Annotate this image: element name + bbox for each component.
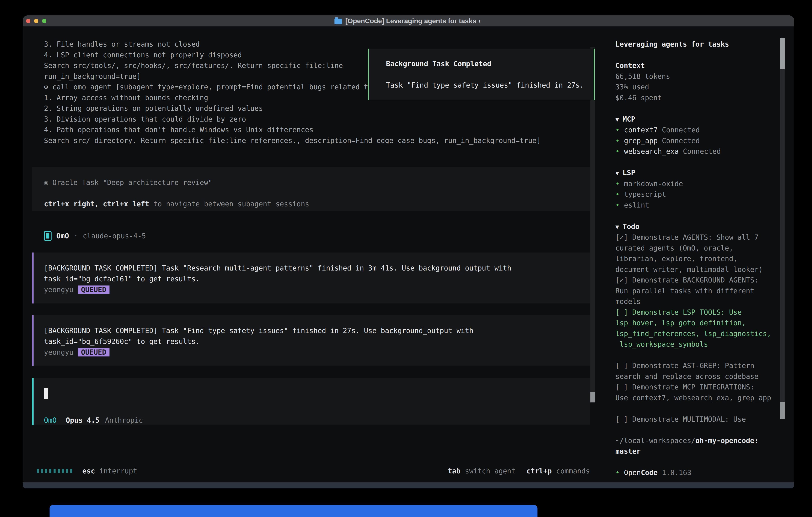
status-dot-icon: •: [615, 180, 619, 188]
agent-name: OmO: [56, 232, 69, 240]
todo-section-header[interactable]: ▼Todo: [615, 221, 780, 232]
status-dot-icon: •: [615, 126, 619, 134]
status-dot-icon: •: [615, 137, 619, 145]
ctrlp-key-label: commands: [556, 467, 590, 475]
transcript-line: 3. File handles or streams not closed: [44, 39, 590, 50]
transcript-line: 2. String operations on potentially unde…: [44, 103, 590, 114]
model-status-line: OmO Opus 4.5 Anthropic: [44, 416, 590, 424]
status-dot-icon: •: [615, 147, 619, 155]
git-branch: master: [615, 446, 780, 457]
window-bottom-bar: [23, 483, 794, 488]
background-task-notification[interactable]: Background Task Completed Task "Find typ…: [368, 49, 594, 100]
agent-model: claude-opus-4-5: [83, 232, 146, 240]
lsp-item: •markdown-oxide: [615, 179, 780, 189]
todo-line: search and replace across codebase: [615, 371, 780, 382]
context-used: 33% used: [615, 82, 780, 92]
transcript-line: 3. Division operations that could divide…: [44, 114, 590, 125]
context-tokens: 66,518 tokens: [615, 71, 780, 82]
status-dot-icon: •: [615, 190, 619, 198]
transcript-scrollbar[interactable]: [590, 47, 595, 403]
status-bar: esc interrupt tab switch agent ctrl+p co…: [23, 466, 590, 476]
background-task-message[interactable]: [BACKGROUND TASK COMPLETED] Task "Resear…: [32, 252, 590, 303]
lsp-item: •typescript: [615, 189, 780, 200]
todo-line-active: lsp_workspace_symbols: [615, 339, 780, 350]
prompt-input[interactable]: OmO Opus 4.5 Anthropic: [32, 378, 590, 425]
background-task-message[interactable]: [BACKGROUND TASK COMPLETED] Task "Find t…: [32, 315, 590, 366]
lsp-section-header[interactable]: ▼LSP: [615, 167, 780, 179]
tab-key-label: switch agent: [465, 467, 516, 475]
task-user: yeongyu: [44, 286, 74, 294]
mcp-item: •websearch_exa Connected: [615, 146, 780, 157]
todo-line: curated agents (OmO, oracle,: [615, 243, 780, 254]
repo-name: oh-my-opencode:: [695, 437, 758, 445]
sidebar-scrollbar-thumb[interactable]: [780, 38, 785, 70]
todo-line: Use context7, websearch_exa, grep_app: [615, 393, 780, 404]
zoom-button[interactable]: [42, 19, 46, 23]
oracle-task-title: ◉ Oracle Task "Deep architecture review": [44, 177, 590, 188]
task-message-line: [BACKGROUND TASK COMPLETED] Task "Find t…: [44, 325, 590, 336]
session-title: Leveraging agents for tasks: [615, 39, 780, 50]
context-spent: $0.46 spent: [615, 92, 780, 103]
todo-line: document-writer, multimodal-looker): [615, 264, 780, 275]
mcp-item: •context7 Connected: [615, 125, 780, 136]
tab-key-hint: tab: [448, 467, 461, 475]
todo-line-active: [ ] Demonstrate LSP TOOLS: Use: [615, 307, 780, 318]
input-model-name: Opus 4.5: [66, 416, 99, 424]
mcp-section-header[interactable]: ▼MCP: [615, 114, 780, 125]
close-button[interactable]: [26, 19, 30, 23]
task-user: yeongyu: [44, 348, 74, 356]
path-prefix: ~/local-workspaces/: [615, 437, 695, 445]
sidebar-scrollbar[interactable]: [780, 38, 785, 419]
dock-bar[interactable]: [50, 505, 538, 517]
todo-line: models: [615, 296, 780, 307]
collapse-triangle-icon: ▼: [615, 169, 619, 176]
session-sidebar: Leveraging agents for tasks Context 66,5…: [609, 26, 780, 478]
mcp-item: •grep_app Connected: [615, 136, 780, 146]
desktop: [OpenCode] Leveraging agents for tasks ◐…: [0, 0, 812, 517]
record-icon: ◉: [44, 179, 48, 187]
collapse-triangle-icon: ▼: [615, 116, 619, 123]
oracle-task-card[interactable]: ◉ Oracle Task "Deep architecture review"…: [32, 167, 590, 211]
titlebar[interactable]: [OpenCode] Leveraging agents for tasks ◐: [23, 16, 794, 27]
window-title: [OpenCode] Leveraging agents for tasks ◐: [345, 17, 482, 25]
notification-title: Background Task Completed: [386, 59, 593, 70]
ctrlp-key-hint: ctrl+p: [526, 467, 552, 475]
task-message-line: task_id="bg_6f59260c" to get results.: [44, 336, 590, 347]
esc-key-hint: esc: [82, 467, 95, 475]
queued-badge: QUEUED: [78, 285, 110, 294]
todo-line: Run parallel tasks with different: [615, 286, 780, 297]
notification-body: Task "Find type safety issues" finished …: [386, 80, 593, 91]
input-provider-name: Anthropic: [105, 416, 143, 424]
collapse-triangle-icon: ▼: [615, 223, 619, 230]
hint-text: to navigate between subagent sessions: [149, 200, 309, 208]
lsp-item: •eslint: [615, 200, 780, 211]
transcript-line: 4. Path operations that don't handle Win…: [44, 125, 590, 135]
opencode-window: [OpenCode] Leveraging agents for tasks ◐…: [23, 16, 794, 488]
status-dot-icon: •: [615, 469, 619, 477]
progress-dots-icon: [37, 469, 72, 473]
task-message-line: [BACKGROUND TASK COMPLETED] Task "Resear…: [44, 263, 590, 274]
esc-key-label: interrupt: [99, 467, 137, 475]
hint-keys: ctrl+x right, ctrl+x left: [44, 200, 149, 208]
gear-icon: ⚙: [44, 83, 48, 91]
agent-header: OmO · claude-opus-4-5: [44, 230, 590, 241]
subagent-nav-hint: ctrl+x right, ctrl+x left to navigate be…: [44, 199, 590, 210]
text-cursor: [44, 388, 48, 399]
transcript-line: Search src/ directory. Return specific f…: [44, 135, 590, 146]
sidebar-scrollbar-thumb-bottom[interactable]: [780, 402, 785, 419]
context-heading: Context: [615, 60, 780, 71]
todo-line: [✓] Demonstrate AGENTS: Show all 7: [615, 232, 780, 243]
opencode-version: •OpenCode 1.0.163: [615, 467, 780, 478]
todo-line: [ ] Demonstrate AST-GREP: Pattern: [615, 360, 780, 371]
task-message-line: task_id="bg_dcfac161" to get results.: [44, 274, 590, 284]
input-agent-name: OmO: [44, 416, 57, 424]
workspace-path: ~/local-workspaces/oh-my-opencode:: [615, 435, 780, 446]
todo-line-active: lsp_find_references, lsp_diagnostics,: [615, 328, 780, 339]
todo-line: [ ] Demonstrate MCP INTEGRATIONS:: [615, 382, 780, 393]
todo-line-active: lsp_hover, lsp_goto_definition,: [615, 318, 780, 328]
transcript-scrollbar-thumb[interactable]: [590, 392, 595, 403]
minimize-button[interactable]: [34, 19, 38, 23]
status-dot-icon: •: [615, 201, 619, 209]
todo-line: [✓] Demonstrate BACKGROUND AGENTS:: [615, 275, 780, 286]
separator-dot: ·: [74, 232, 78, 240]
